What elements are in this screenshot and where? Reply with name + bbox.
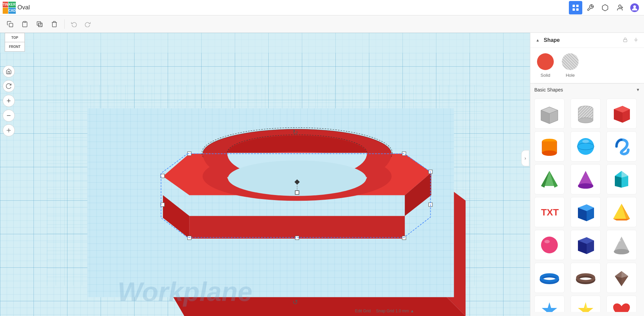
main-canvas[interactable]: ↻ ↺ Workplane Edit Grid Snap Grid 1.0 mm… [0,33,530,316]
svg-marker-46 [190,216,405,239]
right-panel: ▲ Shape Solid [530,33,644,316]
svg-rect-2 [573,8,575,11]
shape-item-shape-teal[interactable] [606,164,637,194]
copy-button[interactable] [4,18,16,30]
svg-rect-0 [573,5,575,7]
logo-tin: TIN [3,2,8,8]
svg-rect-12 [39,23,42,26]
header: TIN KER CAD Oval [0,0,644,15]
shape-item-text-red[interactable]: TXT [534,197,565,227]
shape-item-heart-red[interactable] [606,296,637,312]
shapes-grid: TXT [530,96,644,312]
svg-point-111 [578,183,593,189]
hole-option[interactable]: Hole [562,53,579,78]
snap-grid-arrow: ▲ [410,309,414,313]
library-dropdown-button[interactable]: ▼ [636,87,640,92]
shape-item-cone-gray[interactable] [606,230,637,260]
svg-rect-11 [37,21,41,25]
svg-marker-122 [613,219,630,220]
grid-view-button[interactable] [569,1,582,14]
logo-ker: KER [8,2,16,8]
edit-grid-link[interactable]: Edit Grid [355,309,371,313]
svg-text:↻: ↻ [292,129,298,136]
next-page-arrow[interactable]: › [521,150,529,166]
svg-point-131 [618,240,621,242]
rotate-view-button[interactable] [3,80,15,92]
view-cube-front[interactable]: FRONT [5,42,25,52]
shape-panel-header: ▲ Shape [530,33,644,48]
logo-cad: CAD [8,8,16,14]
svg-point-106 [582,140,589,143]
svg-point-26 [8,130,9,131]
header-right-icons [569,0,644,15]
svg-point-130 [614,249,629,254]
project-name[interactable]: Oval [17,4,30,11]
shapes-library-button[interactable] [598,1,612,14]
view-cube-top[interactable]: TOP [5,33,25,42]
user-profile-button[interactable] [628,1,641,14]
snap-grid-label: Snap Grid [376,309,394,313]
solid-circle [537,53,554,70]
toolbar [0,15,644,33]
shape-item-cylinder-gray[interactable] [571,99,601,129]
shape-light-button[interactable] [632,36,640,44]
shape-item-star-blue[interactable] [534,296,565,312]
view-cube[interactable]: TOP FRONT [3,33,27,57]
tinkercad-logo: TIN KER CAD [3,2,15,14]
zoom-in-button[interactable]: + [3,95,15,107]
duplicate-button[interactable] [34,18,46,30]
shape-item-box-red[interactable] [606,99,637,129]
svg-rect-1 [576,5,579,7]
svg-point-4 [619,5,621,7]
shape-item-pyramid-yellow[interactable] [606,197,637,227]
solid-label: Solid [541,73,550,78]
svg-rect-3 [576,8,579,11]
tools-button[interactable] [584,1,597,14]
fit-view-button[interactable] [3,124,15,136]
shape-item-cylinder-orange[interactable] [534,131,565,162]
shape-panel-title: Shape [544,37,619,43]
zoom-out-button[interactable]: − [3,110,15,122]
shape-item-torus-blue[interactable] [534,263,565,293]
shape-panel-collapse[interactable]: ▲ [534,37,541,44]
shape-item-box-navy[interactable] [571,230,601,260]
hole-label: Hole [566,73,575,78]
svg-rect-70 [295,191,299,194]
svg-point-79 [635,39,637,41]
shape-type-options: Solid Hole [530,48,644,83]
svg-marker-142 [586,302,587,309]
shape-item-pyramid-green[interactable] [534,164,565,194]
shape-lock-button[interactable] [621,36,629,44]
undo-button[interactable] [69,19,79,29]
shape-library-select[interactable]: Basic Shapes [534,87,633,92]
svg-marker-138 [615,276,622,286]
shape-panel: ▲ Shape Solid [530,33,644,83]
shape-item-gem[interactable] [606,263,637,293]
shape-item-box-striped[interactable] [534,99,565,129]
snap-grid-control[interactable]: Snap Grid 1.0 mm ▲ [376,309,414,313]
svg-rect-78 [624,40,627,42]
add-user-button[interactable] [613,1,627,14]
shape-item-star-gold[interactable] [571,296,601,312]
shape-item-torus-brown[interactable] [571,263,601,293]
shape-item-sphere-blue[interactable] [571,131,601,162]
shape-item-cone-purple[interactable] [571,164,601,194]
logo-blank [3,8,8,14]
left-controls: + − [3,65,15,136]
shape-item-blue-swirl[interactable] [606,131,637,162]
shape-container[interactable]: ↻ ↺ Workplane [0,33,530,316]
svg-rect-10 [24,21,26,22]
redo-button[interactable] [82,19,93,29]
solid-option[interactable]: Solid [537,53,554,78]
home-view-button[interactable] [3,65,15,77]
toolbar-separator-1 [64,19,65,29]
svg-rect-54 [402,236,406,240]
svg-rect-9 [9,23,13,27]
svg-rect-56 [295,236,299,240]
shape-item-box-blue[interactable] [571,197,601,227]
paste-button[interactable] [19,18,31,30]
snap-grid-value: 1.0 mm [395,309,409,313]
shape-item-sphere-pink[interactable] [534,230,565,260]
delete-button[interactable] [48,18,60,30]
main-3d-svg: ↻ ↺ Workplane [0,33,530,316]
